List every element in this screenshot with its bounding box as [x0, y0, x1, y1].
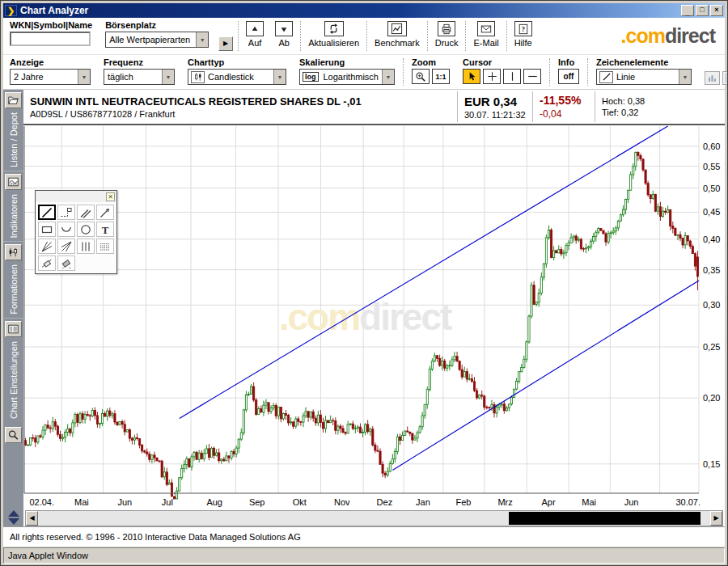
separator	[238, 21, 239, 51]
chart-horizontal-scrollbar[interactable]: ◀ ▶	[25, 510, 723, 526]
sidebar-item-formationen[interactable]: Formationen	[3, 242, 23, 319]
skalierung-group: Skalierung log Logarithmisch ▼	[293, 55, 401, 89]
zoom-reset-button[interactable]: 1:1	[432, 69, 450, 84]
svg-text:Aug: Aug	[206, 497, 222, 507]
trend-arrow-tool[interactable]	[96, 205, 114, 220]
skalierung-select[interactable]: log Logarithmisch ▼	[299, 69, 395, 85]
window-title: Chart Analyzer	[20, 5, 679, 16]
zoom-in-button[interactable]	[412, 69, 430, 84]
instrument-details: A0D9SL / US8678771028 / Frankfurt	[30, 109, 451, 119]
info-group: Info off	[552, 55, 586, 89]
auf-button[interactable]: Auf	[240, 18, 269, 54]
ellipse-tool[interactable]	[77, 222, 95, 237]
svg-text:Mai: Mai	[582, 497, 596, 507]
chevron-down-icon[interactable]: ▼	[162, 70, 174, 84]
sidebar: Listen / Depot Indikatoren Formationen C…	[3, 90, 23, 526]
charttyp-select[interactable]: Candlestick ▼	[188, 69, 286, 85]
title-bar[interactable]: ❯ Chart Analyzer _ □ ×	[3, 3, 725, 18]
svg-text:Mrz: Mrz	[497, 497, 512, 507]
minimize-button[interactable]: _	[681, 5, 694, 16]
expand-search-button[interactable]: ▶	[218, 36, 233, 51]
charttyp-group: Charttyp Candlestick ▼	[181, 55, 293, 89]
cursor-hline-button[interactable]	[523, 69, 541, 84]
close-button[interactable]: ×	[710, 5, 723, 16]
sidebar-scroll-spinner[interactable]	[8, 510, 19, 525]
change-percent: -11,55%	[540, 94, 588, 107]
arc-tool[interactable]	[57, 222, 75, 237]
copyright-text: All rights reserved. © 1996 - 2010 Inter…	[10, 532, 301, 542]
horizontal-line-icon	[527, 71, 538, 82]
scrollbar-thumb[interactable]	[509, 512, 700, 525]
ab-button[interactable]: Ab	[269, 18, 298, 54]
scroll-right-icon[interactable]: ▶	[710, 511, 722, 526]
zeichenelemente-group: Zeichenelemente Linie ▼	[590, 55, 698, 89]
separator	[366, 21, 367, 51]
erase-all-tool[interactable]	[57, 256, 75, 271]
separator	[465, 21, 466, 51]
zoom-in-icon	[415, 71, 426, 82]
hilfe-button[interactable]: ? Hilfe	[509, 18, 538, 54]
segment-label-tool[interactable]	[57, 205, 75, 220]
benchmark-chart-icon	[391, 23, 403, 35]
spinner-up-icon[interactable]	[8, 510, 19, 517]
scrollbar-track[interactable]	[38, 511, 710, 526]
text-tool[interactable]: T	[96, 222, 114, 237]
chevron-down-icon[interactable]: ▼	[382, 70, 394, 84]
vertical-lines-tool[interactable]	[77, 239, 95, 254]
drawing-palette-grid: T	[36, 202, 116, 273]
sidebar-item-chart-einstellungen[interactable]: Chart Einstellungen	[3, 319, 23, 422]
sidebar-item-listen-depot[interactable]: Listen / Depot	[3, 90, 23, 171]
main-toolbar: WKN|Symbol|Name Börsenplatz Alle Wertpap…	[3, 18, 725, 55]
benchmark-button[interactable]: Benchmark	[369, 18, 425, 54]
volume-button[interactable]	[705, 71, 720, 85]
scroll-left-icon[interactable]: ◀	[26, 511, 38, 526]
info-toggle-button[interactable]: off	[558, 69, 579, 84]
maximize-button[interactable]: □	[696, 5, 709, 16]
svg-text:Apr: Apr	[541, 497, 555, 507]
down-arrow-icon	[279, 24, 289, 34]
chevron-down-icon[interactable]: ▼	[273, 70, 286, 84]
chevron-down-icon[interactable]: ▼	[679, 70, 691, 84]
chart-area[interactable]: .comdirect0,600,550,500,450,400,350,300,…	[23, 125, 725, 510]
chevron-down-icon[interactable]: ▼	[78, 70, 90, 84]
cursor-pointer-button[interactable]	[463, 69, 480, 84]
svg-text:0,35: 0,35	[703, 265, 720, 275]
rectangle-tool[interactable]	[38, 222, 56, 237]
line-tool[interactable]	[38, 205, 56, 220]
java-applet-bar: Java Applet Window	[3, 547, 725, 564]
candlestick-chart[interactable]: .comdirect0,600,550,500,450,400,350,300,…	[23, 125, 725, 510]
sidebar-item-indikatoren[interactable]: Indikatoren	[3, 171, 23, 242]
palette-titlebar[interactable]: ✕	[36, 191, 116, 202]
copyright-bar: All rights reserved. © 1996 - 2010 Inter…	[3, 526, 725, 547]
separator	[300, 21, 301, 51]
svg-text:Feb: Feb	[455, 497, 471, 507]
boersenplatz-select[interactable]: Alle Wertpapierarten ▼	[105, 32, 209, 48]
svg-text:Sep: Sep	[249, 497, 265, 507]
erase-element-tool[interactable]	[38, 256, 56, 271]
cursor-vline-button[interactable]	[503, 69, 521, 84]
frequenz-select[interactable]: täglich ▼	[104, 69, 175, 85]
wkn-input[interactable]	[10, 32, 91, 46]
sidebar-search-button[interactable]	[5, 427, 22, 443]
news-button[interactable]: N	[722, 71, 728, 85]
email-button[interactable]: E-Mail	[468, 18, 504, 54]
zeichenelemente-select[interactable]: Linie ▼	[596, 69, 692, 85]
parallel-lines-tool[interactable]	[77, 205, 95, 220]
anzeige-select[interactable]: 2 Jahre ▼	[10, 69, 91, 85]
svg-text:.comdirect: .comdirect	[279, 296, 452, 338]
day-low: Tief: 0,32	[602, 108, 718, 117]
retracement-fan-tool[interactable]	[57, 239, 75, 254]
grid-tool[interactable]	[96, 239, 114, 254]
cursor-crosshair-button[interactable]	[483, 69, 501, 84]
aktualisieren-button[interactable]: Aktualisieren	[303, 18, 365, 54]
palette-close-icon[interactable]: ✕	[106, 192, 115, 201]
fan-lines-tool[interactable]	[38, 239, 56, 254]
chevron-down-icon[interactable]: ▼	[196, 32, 208, 47]
svg-text:Jan: Jan	[416, 497, 430, 507]
druck-button[interactable]: Druck	[430, 18, 464, 54]
chart-toolbar: Anzeige 2 Jahre ▼ Frequenz täglich ▼ Cha…	[3, 55, 725, 90]
spinner-down-icon[interactable]	[8, 518, 19, 525]
svg-text:Okt: Okt	[293, 497, 307, 507]
svg-text:30.07.: 30.07.	[675, 497, 700, 507]
drawing-palette[interactable]: ✕ T	[35, 190, 117, 274]
